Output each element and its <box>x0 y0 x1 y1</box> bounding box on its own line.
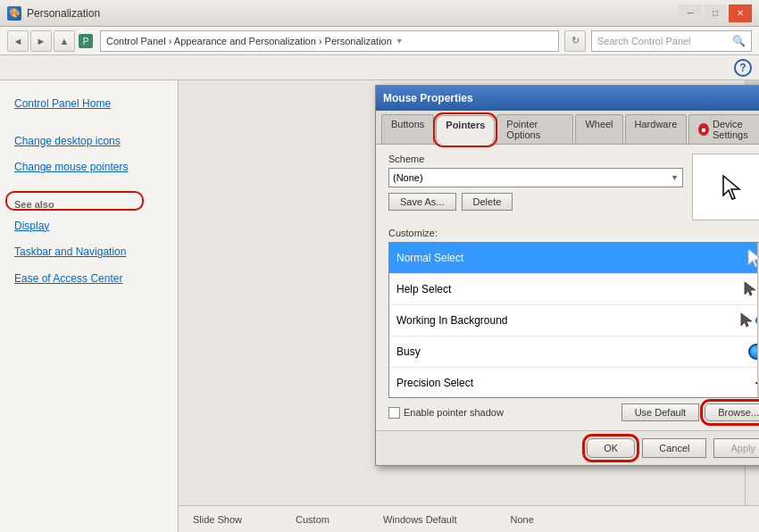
preview-cursor-svg <box>721 174 743 201</box>
action-buttons: Use Default Browse... <box>621 403 759 421</box>
scheme-dropdown-icon: ▼ <box>671 173 679 182</box>
dialog-title: Mouse Properties <box>383 92 473 104</box>
list-item-working-bg-label: Working In Background <box>396 314 508 327</box>
main-content: Control Panel Home Change desktop icons … <box>0 80 759 532</box>
sidebar-item-taskbar[interactable]: Taskbar and Navigation <box>14 239 163 266</box>
customize-label: Customize: <box>388 228 759 238</box>
breadcrumb-text: Control Panel › Appearance and Personali… <box>106 36 392 46</box>
apply-button[interactable]: Apply <box>713 438 759 458</box>
svg-marker-2 <box>723 176 739 199</box>
bottom-bar: Slide Show Custom Windows Default None <box>179 505 759 532</box>
address-bar: ◄ ► ▲ P Control Panel › Appearance and P… <box>0 27 759 55</box>
bottom-item-windows-default: Windows Default <box>383 514 457 525</box>
scheme-value: (None) <box>393 172 671 183</box>
dialog-tabs: Buttons Pointers Pointer Options Wheel H… <box>376 111 759 145</box>
tab-hardware[interactable]: Hardware <box>625 114 688 144</box>
scheme-controls: (None) ▼ Save As... Delete <box>388 168 683 211</box>
bottom-item-slideshow: Slide Show <box>193 514 242 525</box>
ok-button[interactable]: OK <box>587 438 635 458</box>
bottom-item-custom: Custom <box>296 514 329 525</box>
delete-button[interactable]: Delete <box>462 193 513 211</box>
working-cursor-icon <box>739 312 759 329</box>
minimize-button[interactable]: ─ <box>679 4 702 22</box>
cursor-preview-area <box>692 154 759 220</box>
sidebar-item-control-panel-home[interactable]: Control Panel Home <box>0 91 178 118</box>
forward-button[interactable]: ► <box>30 30 52 52</box>
cursor-list: Normal Select Help Select ? <box>388 242 759 398</box>
cancel-button[interactable]: Cancel <box>642 438 706 458</box>
sidebar-item-change-mouse-pointers[interactable]: Change mouse pointers <box>0 154 178 181</box>
use-default-button[interactable]: Use Default <box>621 403 699 421</box>
breadcrumb-dropdown-icon[interactable]: ▼ <box>396 37 404 46</box>
title-bar: 🎨 Personalization ─ □ ✕ <box>0 0 759 27</box>
maximize-button[interactable]: □ <box>704 4 727 22</box>
search-box: Search Control Panel 🔍 <box>591 30 752 52</box>
breadcrumb: Control Panel › Appearance and Personali… <box>100 30 559 52</box>
save-as-button[interactable]: Save As... <box>388 193 456 211</box>
list-item-busy[interactable]: Busy <box>389 337 759 368</box>
list-item-working-bg[interactable]: Working In Background <box>389 305 759 337</box>
dialog-body: Scheme (None) ▼ Save As... Delete <box>376 145 759 430</box>
tab-pointers[interactable]: Pointers <box>436 115 495 145</box>
enable-shadow-checkbox[interactable] <box>388 407 400 419</box>
see-also-title: See also <box>14 199 163 210</box>
tab-buttons[interactable]: Buttons <box>381 114 434 144</box>
bottom-item-none: None <box>511 514 534 525</box>
list-item-help-select[interactable]: Help Select ? <box>389 274 759 305</box>
list-item-normal-select-label: Normal Select <box>396 252 463 264</box>
search-icon[interactable]: 🔍 <box>732 35 746 47</box>
list-item-busy-label: Busy <box>396 345 421 358</box>
dialog-title-bar: Mouse Properties ✕ <box>376 86 759 111</box>
scheme-select[interactable]: (None) ▼ <box>388 168 683 187</box>
sidebar-item-display[interactable]: Display <box>14 213 163 240</box>
up-button[interactable]: ▲ <box>54 30 75 52</box>
tab-pointer-options[interactable]: Pointer Options <box>496 114 573 144</box>
list-item-normal-select[interactable]: Normal Select <box>389 243 759 274</box>
window-controls: ─ □ ✕ <box>679 4 752 22</box>
scheme-left: Scheme (None) ▼ Save As... Delete <box>388 154 683 220</box>
window-title: Personalization <box>27 7 100 20</box>
sidebar-item-ease-of-access[interactable]: Ease of Access Center <box>14 266 163 293</box>
customize-bottom: Enable pointer shadow Use Default Browse… <box>388 403 759 421</box>
list-item-precision-select[interactable]: Precision Select + <box>389 368 759 398</box>
search-placeholder: Search Control Panel <box>597 36 691 46</box>
shadow-checkbox-row: Enable pointer shadow <box>388 407 614 419</box>
refresh-button[interactable]: ↻ <box>564 30 586 52</box>
app-icon: 🎨 <box>7 6 21 21</box>
list-item-precision-select-label: Precision Select <box>396 377 473 389</box>
toolbar: ? <box>0 55 759 80</box>
close-button[interactable]: ✕ <box>729 4 752 22</box>
scheme-label: Scheme <box>388 154 683 164</box>
scheme-section: Scheme (None) ▼ Save As... Delete <box>388 154 759 220</box>
back-button[interactable]: ◄ <box>7 30 29 52</box>
dialog-footer: OK Cancel Apply <box>376 430 759 465</box>
sidebar-item-change-desktop-icons[interactable]: Change desktop icons <box>0 129 178 155</box>
cursor-preview <box>692 154 759 220</box>
nav-buttons: ◄ ► ▲ P <box>7 30 95 52</box>
mouse-properties-dialog: Mouse Properties ✕ Buttons Pointers Poin… <box>375 85 759 466</box>
list-item-help-select-label: Help Select <box>396 283 451 295</box>
svg-text:P: P <box>83 37 89 46</box>
device-settings-icon: ■ <box>698 123 709 136</box>
help-button[interactable]: ? <box>734 59 752 77</box>
tab-wheel[interactable]: Wheel <box>575 114 622 144</box>
tab-device-settings[interactable]: ■ Device Settings <box>688 114 759 144</box>
location-icon: P <box>77 32 95 50</box>
scheme-buttons: Save As... Delete <box>388 193 683 211</box>
sidebar-see-also: See also Display Taskbar and Navigation … <box>0 199 178 293</box>
right-panel: 👤 Avatar DUCATI Ducati 2 Screen Saver No… <box>179 80 759 532</box>
svg-marker-5 <box>741 313 752 327</box>
enable-shadow-label: Enable pointer shadow <box>404 407 504 418</box>
browse-button[interactable]: Browse... <box>705 403 759 421</box>
title-bar-left: 🎨 Personalization <box>7 6 100 21</box>
sidebar: Control Panel Home Change desktop icons … <box>0 80 179 532</box>
svg-marker-4 <box>745 282 755 295</box>
